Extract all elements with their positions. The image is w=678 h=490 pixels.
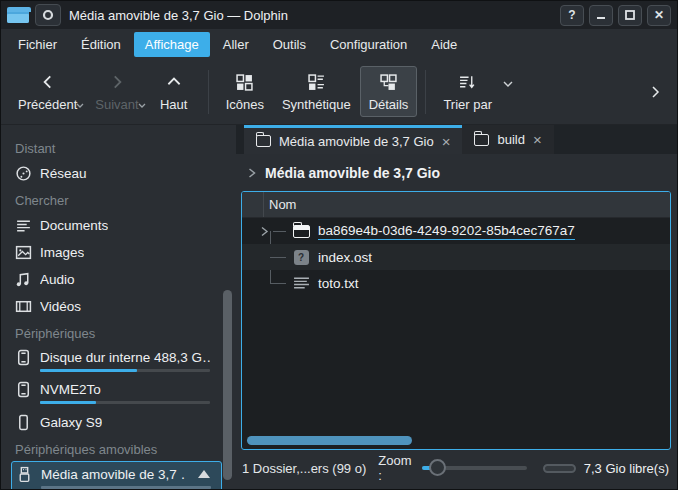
file-row-folder[interactable]: ba869e4b-03d6-4249-9202-85b4cec767a7	[242, 218, 670, 244]
harddrive-icon	[15, 381, 32, 398]
sidebar-item-label: Média amovible de 3,7 …	[41, 467, 185, 482]
close-tab-icon[interactable]: ×	[442, 134, 451, 149]
tabbar: Média amovible de 3,7 Gio × build ×	[236, 125, 677, 154]
chevron-left-icon	[39, 71, 57, 93]
forward-button[interactable]: Suivant	[86, 66, 147, 117]
menu-configuration[interactable]: Configuration	[319, 32, 418, 57]
breadcrumb-location[interactable]: Média amovible de 3,7 Gio	[265, 165, 440, 181]
ring-icon	[42, 9, 54, 21]
file-view: Nom ba869e4b-03d6-4249-9202-85b4cec767a7	[241, 191, 671, 450]
items-summary: 1 Dossier,...ers (99 o)	[242, 461, 366, 476]
sidebar-item-label: NVME2To	[40, 382, 210, 397]
disk-usage-bar	[40, 369, 210, 372]
details-view-button[interactable]: Détails	[360, 66, 418, 117]
sidebar-item-label: Réseau	[40, 166, 87, 181]
close-button[interactable]: ✕	[647, 5, 671, 26]
close-tab-icon[interactable]: ×	[533, 132, 542, 147]
chevron-right-icon	[647, 83, 663, 101]
toolbar-overflow-button[interactable]	[641, 83, 669, 101]
sidebar-item-audio[interactable]: Audio	[1, 266, 220, 293]
sidebar-scrollbar[interactable]	[223, 290, 232, 480]
sidebar-item-reseau[interactable]: Réseau	[1, 160, 220, 187]
sidebar-item-images[interactable]: Images	[1, 239, 220, 266]
forward-label: Suivant	[95, 97, 138, 112]
compact-view-label: Synthétique	[282, 97, 351, 112]
file-list: ba869e4b-03d6-4249-9202-85b4cec767a7 ? i…	[242, 218, 670, 449]
menu-affichage[interactable]: Affichage	[134, 32, 210, 57]
sidebar-item-galaxy-s9[interactable]: Galaxy S9	[1, 409, 220, 436]
chevron-right-icon[interactable]	[246, 167, 257, 179]
sidebar-item-documents[interactable]: Documents	[1, 212, 220, 239]
help-button[interactable]: ?	[560, 5, 584, 26]
back-label: Précédent	[18, 97, 77, 112]
disk-usage-bar	[41, 486, 211, 489]
chevron-down-icon[interactable]	[503, 81, 513, 88]
network-icon	[15, 165, 32, 182]
chevron-down-icon	[138, 103, 146, 109]
menubar: Fichier Édition Affichage Aller Outils C…	[1, 29, 677, 59]
sidebar-item-nvme2to[interactable]: NVME2To	[1, 377, 220, 409]
file-name[interactable]: toto.txt	[318, 276, 359, 291]
toolbar-separator	[208, 70, 209, 114]
chevron-up-icon	[165, 71, 183, 93]
unknown-file-icon: ?	[292, 249, 310, 265]
sidebar-item-media-amovible[interactable]: Média amovible de 3,7 …	[11, 461, 222, 489]
documents-icon	[15, 217, 32, 234]
icons-view-icon	[236, 71, 253, 93]
file-name[interactable]: ba869e4b-03d6-4249-9202-85b4cec767a7	[318, 223, 575, 240]
up-button[interactable]: Haut	[148, 66, 200, 117]
icons-view-button[interactable]: Icônes	[217, 66, 273, 117]
tab-build[interactable]: build ×	[462, 125, 553, 154]
sidebar-item-label: Galaxy S9	[40, 415, 102, 430]
file-row-index-ost[interactable]: ? index.ost	[242, 244, 670, 270]
section-header-peripheriques-amovibles: Périphériques amovibles	[1, 436, 236, 461]
menu-fichier[interactable]: Fichier	[7, 32, 68, 57]
menu-outils[interactable]: Outils	[262, 32, 317, 57]
tab-label: Média amovible de 3,7 Gio	[279, 134, 434, 149]
folder-icon	[474, 134, 489, 146]
capacity-bar	[543, 464, 575, 473]
tab-media-amovible[interactable]: Média amovible de 3,7 Gio ×	[244, 125, 462, 154]
file-row-toto-txt[interactable]: toto.txt	[242, 270, 670, 296]
column-header-row: Nom	[242, 192, 670, 218]
breadcrumb: Média amovible de 3,7 Gio	[236, 154, 677, 191]
sort-by-button[interactable]: Trier par	[434, 66, 501, 117]
expand-arrow-icon[interactable]	[260, 226, 269, 237]
menu-aide[interactable]: Aide	[420, 32, 468, 57]
toolbar-separator	[425, 70, 426, 114]
text-file-icon	[292, 275, 310, 291]
section-header-peripheriques: Périphériques	[1, 320, 236, 345]
zoom-label: Zoom :	[378, 453, 414, 483]
zoom-slider-handle[interactable]	[429, 459, 446, 476]
folder-icon	[292, 223, 310, 239]
column-header-corner	[242, 192, 264, 217]
file-name[interactable]: index.ost	[318, 250, 372, 265]
sort-by-label: Trier par	[443, 97, 492, 112]
chevron-right-icon	[108, 71, 126, 93]
zoom-slider[interactable]	[422, 459, 527, 477]
free-space-text: 7,3 Gio libre(s)	[584, 461, 669, 476]
eject-icon[interactable]	[197, 469, 211, 481]
minimize-button[interactable]	[589, 5, 613, 26]
icons-view-label: Icônes	[226, 97, 264, 112]
section-header-chercher: Chercher	[1, 187, 236, 212]
window-menu-button[interactable]	[35, 4, 61, 26]
sidebar-item-disque-dur[interactable]: Disque dur interne 488,3 G…	[1, 345, 220, 377]
harddrive-icon	[15, 349, 32, 366]
maximize-button[interactable]	[618, 5, 642, 26]
sidebar-item-videos[interactable]: Vidéos	[1, 293, 220, 320]
statusbar: 1 Dossier,...ers (99 o) Zoom : 7,3 Gio l…	[236, 450, 677, 486]
compact-view-button[interactable]: Synthétique	[273, 66, 360, 117]
sidebar-item-label: Audio	[40, 272, 75, 287]
back-button[interactable]: Précédent	[9, 66, 86, 117]
horizontal-scrollbar[interactable]	[247, 436, 412, 445]
menu-aller[interactable]: Aller	[212, 32, 260, 57]
film-icon	[15, 298, 32, 315]
menu-edition[interactable]: Édition	[70, 32, 132, 57]
minimize-icon	[595, 9, 607, 21]
column-header-nom[interactable]: Nom	[264, 197, 296, 212]
sidebar-item-label: Disque dur interne 488,3 G…	[40, 350, 210, 365]
sort-icon	[459, 71, 476, 93]
help-icon: ?	[568, 8, 575, 22]
usb-drive-icon	[16, 466, 33, 483]
